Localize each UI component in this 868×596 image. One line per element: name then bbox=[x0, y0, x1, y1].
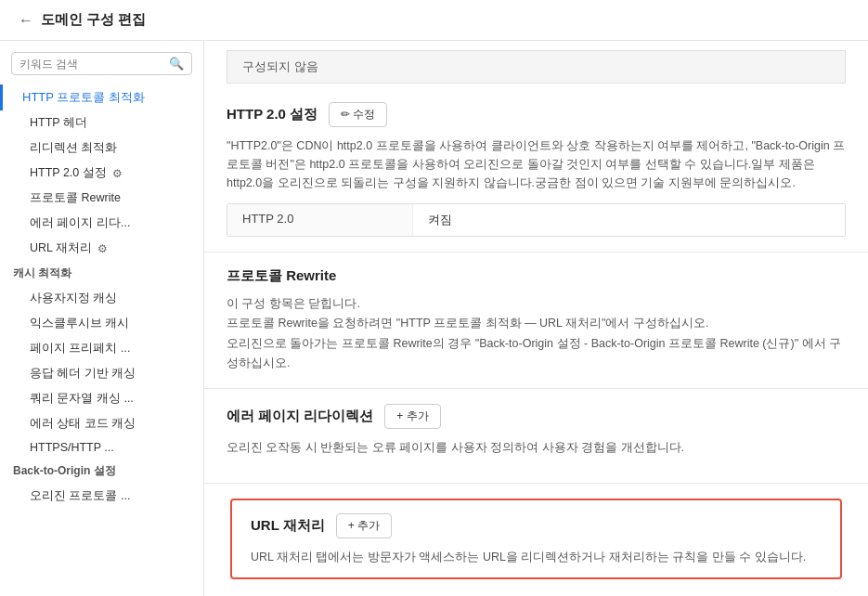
sidebar-item-http2-setting[interactable]: HTTP 2.0 설정 ⚙ bbox=[0, 161, 203, 186]
sidebar-item-label: 페이지 프리페치 ... bbox=[30, 341, 130, 356]
table-cell-value: 켜짐 bbox=[413, 204, 467, 236]
error-page-title: 에러 페이지 리다이렉션 bbox=[227, 408, 373, 425]
sidebar-item-label: 리디렉션 최적화 bbox=[30, 140, 117, 156]
gear-icon-2: ⚙ bbox=[97, 242, 108, 255]
not-configured-bar: 구성되지 않음 bbox=[227, 50, 846, 84]
table-cell-label: HTTP 2.0 bbox=[227, 204, 413, 236]
gear-icon: ⚙ bbox=[112, 167, 123, 180]
http2-desc: "HTTP2.0"은 CDN이 http2.0 프로토콜을 사용하여 클라이언트… bbox=[227, 136, 846, 192]
protocol-rewrite-note: 이 구성 항목은 닫힙니다. 프로토콜 Rewrite을 요청하려면 "HTTP… bbox=[227, 294, 846, 373]
sidebar-item-label: HTTP 헤더 bbox=[30, 115, 87, 131]
back-button[interactable]: ← bbox=[19, 12, 33, 29]
add-url-process-button[interactable]: + 추가 bbox=[336, 513, 392, 538]
sidebar-item-https-http[interactable]: HTTPS/HTTP ... bbox=[0, 436, 203, 459]
url-process-header: URL 재처리 + 추가 bbox=[251, 513, 822, 538]
sidebar: 🔍 HTTP 프로토콜 최적화 HTTP 헤더 리디렉션 최적화 HTTP 2.… bbox=[0, 41, 204, 596]
http2-table: HTTP 2.0 켜짐 bbox=[227, 203, 846, 237]
sidebar-item-label: HTTP 2.0 설정 bbox=[30, 165, 107, 181]
error-page-section: 에러 페이지 리다이렉션 + 추가 오리진 오작동 시 반환되는 오류 페이지를… bbox=[204, 389, 868, 484]
sidebar-item-error-page[interactable]: 에러 페이지 리다... bbox=[0, 211, 203, 236]
edit-button[interactable]: ✏ 수정 bbox=[329, 102, 387, 127]
sidebar-item-http-protocol[interactable]: HTTP 프로토콜 최적화 bbox=[0, 84, 203, 110]
url-process-title: URL 재처리 bbox=[251, 517, 325, 535]
main-content: 구성되지 않음 HTTP 2.0 설정 ✏ 수정 "HTTP2.0"은 CDN이… bbox=[204, 41, 868, 596]
sidebar-section-back-to-origin: Back-to-Origin 설정 bbox=[0, 459, 203, 484]
sidebar-item-url-process[interactable]: URL 재처리 ⚙ bbox=[0, 236, 203, 261]
sidebar-item-custom-cache[interactable]: 사용자지정 캐싱 bbox=[0, 286, 203, 311]
http2-header: HTTP 2.0 설정 ✏ 수정 bbox=[227, 102, 846, 127]
sidebar-item-label: HTTPS/HTTP ... bbox=[30, 441, 114, 454]
sidebar-item-label: 프로토콜 Rewrite bbox=[30, 190, 121, 206]
sidebar-item-origin-protocol[interactable]: 오리진 프로토콜 ... bbox=[0, 484, 203, 509]
sidebar-item-query-cache[interactable]: 쿼리 문자열 캐싱 ... bbox=[0, 386, 203, 411]
sidebar-item-protocol-rewrite[interactable]: 프로토콜 Rewrite bbox=[0, 186, 203, 211]
protocol-rewrite-title: 프로토콜 Rewrite bbox=[227, 267, 336, 285]
sidebar-item-label: 에러 상태 코드 캐싱 bbox=[30, 416, 136, 432]
protocol-rewrite-section: 프로토콜 Rewrite 이 구성 항목은 닫힙니다. 프로토콜 Rewrite… bbox=[204, 253, 868, 389]
sidebar-section-cache: 캐시 최적화 bbox=[0, 261, 203, 286]
page-title: 도메인 구성 편집 bbox=[41, 11, 146, 29]
page-header: ← 도메인 구성 편집 bbox=[0, 0, 868, 41]
url-process-outer: URL 재처리 + 추가 URL 재처리 탭에서는 방문자가 액세스하는 URL… bbox=[204, 484, 868, 579]
protocol-rewrite-header: 프로토콜 Rewrite bbox=[227, 267, 846, 285]
sidebar-item-label: 익스클루시브 캐시 bbox=[30, 316, 129, 331]
http2-section: HTTP 2.0 설정 ✏ 수정 "HTTP2.0"은 CDN이 http2.0… bbox=[204, 87, 868, 253]
sidebar-item-label: HTTP 프로토콜 최적화 bbox=[22, 89, 145, 106]
sidebar-item-label: 에러 페이지 리다... bbox=[30, 215, 130, 231]
search-icon: 🔍 bbox=[169, 57, 184, 71]
sidebar-item-exclusive-cache[interactable]: 익스클루시브 캐시 bbox=[0, 311, 203, 336]
sidebar-item-label: 응답 헤더 기반 캐싱 bbox=[30, 366, 136, 382]
error-page-header: 에러 페이지 리다이렉션 + 추가 bbox=[227, 404, 846, 429]
search-box[interactable]: 🔍 bbox=[11, 52, 192, 75]
sidebar-item-http-header[interactable]: HTTP 헤더 bbox=[0, 110, 203, 136]
url-process-section: URL 재처리 + 추가 URL 재처리 탭에서는 방문자가 액세스하는 URL… bbox=[230, 499, 842, 579]
sidebar-item-label: 쿼리 문자열 캐싱 ... bbox=[30, 391, 134, 407]
sidebar-item-label: 오리진 프로토콜 ... bbox=[30, 488, 130, 504]
search-input[interactable] bbox=[19, 58, 163, 71]
table-row: HTTP 2.0 켜짐 bbox=[227, 204, 845, 236]
add-error-page-button[interactable]: + 추가 bbox=[384, 404, 440, 429]
sidebar-item-redirect-opt[interactable]: 리디렉션 최적화 bbox=[0, 136, 203, 161]
sidebar-item-label: 사용자지정 캐싱 bbox=[30, 291, 117, 306]
http2-title: HTTP 2.0 설정 bbox=[227, 106, 317, 123]
error-page-desc: 오리진 오작동 시 반환되는 오류 페이지를 사용자 정의하여 사용자 경험을 … bbox=[227, 438, 846, 457]
sidebar-item-resp-header-cache[interactable]: 응답 헤더 기반 캐싱 bbox=[0, 361, 203, 386]
url-process-desc: URL 재처리 탭에서는 방문자가 액세스하는 URL을 리디렉션하거나 재처리… bbox=[251, 548, 822, 566]
sidebar-item-page-prefetch[interactable]: 페이지 프리페치 ... bbox=[0, 336, 203, 361]
sidebar-item-error-status-cache[interactable]: 에러 상태 코드 캐싱 bbox=[0, 411, 203, 436]
sidebar-item-label: URL 재처리 bbox=[30, 240, 92, 256]
